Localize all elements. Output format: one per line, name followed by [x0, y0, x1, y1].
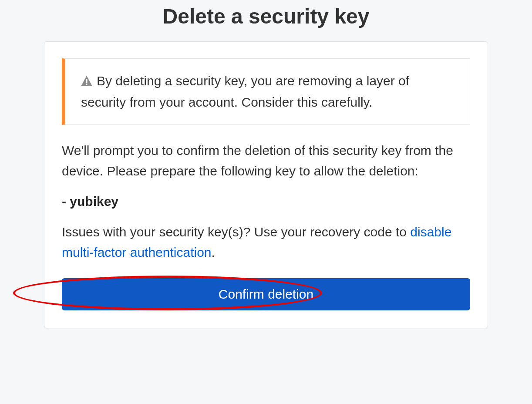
confirm-deletion-button[interactable]: Confirm deletion — [62, 278, 470, 310]
warning-icon — [81, 72, 92, 92]
issues-text: Issues with your security key(s)? Use yo… — [62, 222, 470, 263]
prompt-text: We'll prompt you to confirm the deletion… — [62, 141, 470, 181]
svg-rect-0 — [86, 79, 87, 83]
warning-message: By deleting a security key, you are remo… — [81, 74, 409, 109]
warning-callout: By deleting a security key, you are remo… — [62, 58, 470, 125]
issues-after: . — [212, 245, 215, 259]
key-name-value: yubikey — [70, 194, 118, 209]
page-title: Delete a security key — [0, 0, 532, 41]
dialog-card: By deleting a security key, you are remo… — [44, 41, 488, 328]
key-prefix: - — [62, 194, 70, 209]
issues-before: Issues with your security key(s)? Use yo… — [62, 225, 410, 239]
key-item: - yubikey — [62, 194, 470, 209]
warning-text: By deleting a security key, you are remo… — [81, 71, 454, 112]
svg-rect-1 — [86, 84, 87, 85]
